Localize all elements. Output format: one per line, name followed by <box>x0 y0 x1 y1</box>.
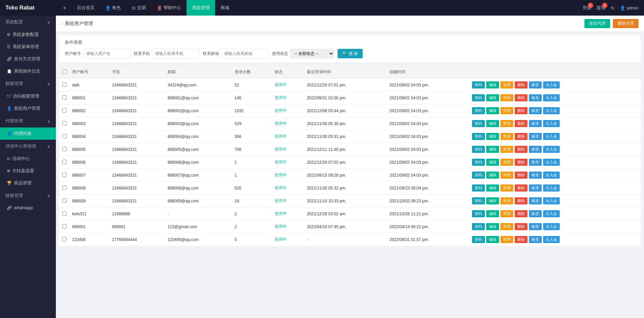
edit-button[interactable]: 编辑 <box>486 159 499 166</box>
edit-button[interactable]: 编辑 <box>486 197 499 204</box>
sidebar-header-system-config[interactable]: 系统配置 ∨ <box>0 16 56 28</box>
sidebar-header-agent[interactable]: 代理管理 ∨ <box>0 115 56 127</box>
row-checkbox[interactable] <box>62 211 67 216</box>
password-button[interactable]: 密码 <box>472 223 485 230</box>
account-change-button[interactable]: 账变 <box>529 184 542 192</box>
sidebar-header-activity[interactable]: 活动中心和游戏 ∨ <box>0 140 56 153</box>
deposit-button[interactable]: 出入金 <box>543 133 560 140</box>
delete-button[interactable]: 删除 <box>515 146 528 153</box>
deposit-button[interactable]: 出入金 <box>543 120 560 127</box>
account-change-button[interactable]: 账变 <box>529 159 542 166</box>
password-button[interactable]: 密码 <box>472 146 485 153</box>
delete-button[interactable]: 删除 <box>515 223 528 230</box>
account-change-button[interactable]: 账变 <box>529 107 542 114</box>
status-select[interactable]: -- 全部状态 -- 使用中 已禁用 <box>290 49 334 58</box>
delete-button[interactable]: 删除 <box>515 133 528 140</box>
sidebar-item-whatsapp[interactable]: 🔗 whatsapp <box>0 202 56 213</box>
nav-menu-toggle[interactable]: ≡ <box>58 0 71 16</box>
row-checkbox[interactable] <box>62 134 67 138</box>
edit-button[interactable]: 编辑 <box>486 81 499 88</box>
edit-button[interactable]: 编辑 <box>486 107 499 114</box>
delete-button[interactable]: 删除 <box>515 210 528 217</box>
delete-button[interactable]: 删除 <box>515 120 528 127</box>
account-change-button[interactable]: 账变 <box>529 120 542 127</box>
password-button[interactable]: 密码 <box>472 236 485 243</box>
disable-button[interactable]: 禁用 <box>500 210 513 217</box>
disable-button[interactable]: 禁用 <box>500 107 513 114</box>
account-change-button[interactable]: 账变 <box>529 146 542 153</box>
password-button[interactable]: 密码 <box>472 210 485 217</box>
sidebar-item-access-control[interactable]: 🛡 访问权限管理 <box>0 90 56 102</box>
password-button[interactable]: 密码 <box>472 107 485 114</box>
deposit-button[interactable]: 出入金 <box>543 184 560 192</box>
deposit-button[interactable]: 出入金 <box>543 94 560 101</box>
disable-button[interactable]: 禁用 <box>500 197 513 204</box>
sidebar-item-agent-list[interactable]: 👤 代理列表 <box>0 127 56 140</box>
nav-help[interactable]: 🚪帮助中心 <box>151 0 187 16</box>
nav-roles[interactable]: 👤角色 <box>100 0 126 16</box>
sidebar-item-system-menu[interactable]: ☰ 系统菜单管理 <box>0 41 56 53</box>
delete-button[interactable]: 删除 <box>515 172 528 179</box>
sidebar-header-link[interactable]: 链接管理 ∨ <box>0 189 56 202</box>
password-button[interactable]: 密码 <box>472 197 485 204</box>
sidebar-header-permission[interactable]: 权限管理 ∨ <box>0 77 56 90</box>
deposit-button[interactable]: 出入金 <box>543 223 560 230</box>
phone-input[interactable] <box>152 49 199 58</box>
nav-system[interactable]: 系统管理 <box>187 0 215 16</box>
edit-button[interactable]: 编辑 <box>486 120 499 127</box>
disable-button[interactable]: 禁用 <box>500 94 513 101</box>
row-checkbox[interactable] <box>62 173 67 177</box>
edit-button[interactable]: 编辑 <box>486 172 499 179</box>
deposit-button[interactable]: 出入金 <box>543 236 560 243</box>
disable-button[interactable]: 禁用 <box>500 184 513 192</box>
nav-dashboard[interactable]: 后台首页 <box>71 0 100 16</box>
admin-action[interactable]: 👤 admin <box>620 5 639 11</box>
disable-button[interactable]: 禁用 <box>500 159 513 166</box>
edit-button[interactable]: 编辑 <box>486 210 499 217</box>
deposit-button[interactable]: 出入金 <box>543 197 560 204</box>
row-checkbox[interactable] <box>62 198 67 203</box>
deposit-button[interactable]: 出入金 <box>543 146 560 153</box>
edit-button[interactable]: 编辑 <box>486 223 499 230</box>
delete-button[interactable]: 删除 <box>515 94 528 101</box>
delete-agent-button[interactable]: 删除代理 <box>613 19 639 28</box>
row-checkbox[interactable] <box>62 160 67 164</box>
nav-shop[interactable]: 商城 <box>215 0 235 16</box>
row-checkbox[interactable] <box>62 147 67 151</box>
delete-button[interactable]: 删除 <box>515 184 528 192</box>
account-change-button[interactable]: 账变 <box>529 94 542 101</box>
deposit-button[interactable]: 出入金 <box>543 172 560 179</box>
deposit-button[interactable]: 出入金 <box>543 107 560 114</box>
delete-button[interactable]: 删除 <box>515 107 528 114</box>
search-button[interactable]: 🔍 搜 索 <box>338 49 363 58</box>
sidebar-item-prizes[interactable]: 🏆 奖品管理 <box>0 177 56 189</box>
account-change-button[interactable]: 账变 <box>529 210 542 217</box>
row-checkbox[interactable] <box>62 121 67 125</box>
password-button[interactable]: 密码 <box>472 81 485 88</box>
delete-button[interactable]: 删除 <box>515 159 528 166</box>
edit-button[interactable]: 编辑 <box>486 146 499 153</box>
withdraw-action[interactable]: 提现 0 <box>597 5 605 11</box>
disable-button[interactable]: 禁用 <box>500 236 513 243</box>
edit-button[interactable]: 编辑 <box>486 94 499 101</box>
edit-button[interactable]: 编辑 <box>486 133 499 140</box>
sidebar-item-payment[interactable]: 🔗 支付方式管理 <box>0 53 56 65</box>
sidebar-item-user-manage[interactable]: 👤 系统用户管理 <box>0 102 56 115</box>
refresh-action[interactable]: ↻ <box>611 5 615 11</box>
account-change-button[interactable]: 账变 <box>529 133 542 140</box>
deposit-button[interactable]: 出入金 <box>543 159 560 166</box>
delete-button[interactable]: 删除 <box>515 236 528 243</box>
add-agent-button[interactable]: 添加代理 <box>584 19 610 28</box>
account-change-button[interactable]: 账变 <box>529 223 542 230</box>
username-input[interactable] <box>83 49 130 58</box>
password-button[interactable]: 密码 <box>472 120 485 127</box>
row-checkbox[interactable] <box>62 185 67 190</box>
sidebar-item-system-params[interactable]: ⚙ 系统参数配置 <box>0 28 56 41</box>
deposit-button[interactable]: 出入金 <box>543 210 560 217</box>
row-checkbox[interactable] <box>62 108 67 113</box>
disable-button[interactable]: 禁用 <box>500 81 513 88</box>
email-input[interactable] <box>221 49 269 58</box>
account-change-button[interactable]: 账变 <box>529 236 542 243</box>
deposit-button[interactable]: 出入金 <box>543 81 560 88</box>
delete-button[interactable]: 删除 <box>515 81 528 88</box>
